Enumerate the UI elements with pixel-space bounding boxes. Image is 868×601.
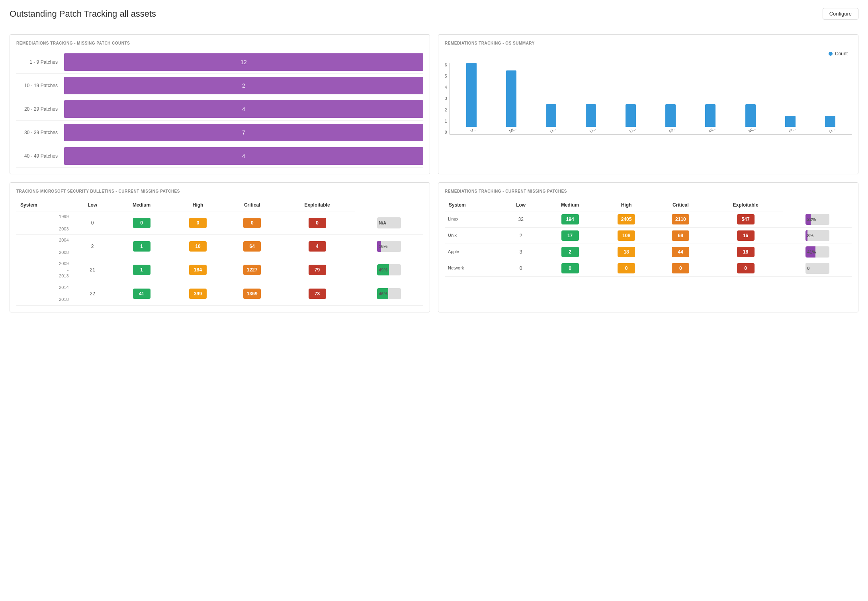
chart-bar-wrap: Li... [571,63,611,134]
patch-bar-value: 2 [64,77,423,94]
col-header: System [16,199,73,211]
system-name-cell: Network [445,260,501,276]
chart-bar [466,63,477,127]
patch-label: 10 - 19 Patches [16,83,64,88]
chart-bar-label: Li... [828,127,836,134]
high-cell: 0 [225,211,280,235]
low-cell: 41 [112,282,171,305]
chart-bar [626,104,636,127]
medium-cell: 108 [599,227,653,244]
patch-row: 30 - 39 Patches 7 [16,121,423,144]
low-cell: 0 [112,211,171,235]
patch-bar-value: 4 [64,147,423,165]
col-header: Exploitable [280,199,355,211]
chart-bar-wrap: Fr... [770,63,810,134]
legend-label: Count [835,51,848,57]
col-header: Low [501,199,541,211]
critical-cell: 16 [708,227,784,244]
critical-cell: 547 [708,211,784,228]
low-cell: 0 [541,260,600,276]
patch-row: 10 - 19 Patches 2 [16,74,423,97]
chart-bar-wrap: Mi... [491,63,531,134]
table-row: Linux 32 194 2405 2110 547 22% [445,211,852,228]
exploitable-cell: 46% [355,282,423,305]
critical-cell: 18 [708,244,784,260]
chart-bar-label: Li... [549,127,557,134]
patch-counts-title: REMEDIATIONS TRACKING - MISSING PATCH CO… [16,41,423,45]
chart-bar-label: Li... [589,127,596,134]
high-cell: 69 [653,227,708,244]
low-cell: 17 [541,227,600,244]
col-header: Critical [225,199,280,211]
system-name-cell: Linux [445,211,501,228]
table-row: 2009-2013 21 1 184 1227 79 49% [16,258,423,282]
table-row: Network 0 0 0 0 0 0 [445,260,852,276]
top-grid: REMEDIATIONS TRACKING - MISSING PATCH CO… [10,34,858,174]
high-cell: 2110 [653,211,708,228]
high-cell: 64 [225,235,280,258]
col-header: Critical [653,199,708,211]
chart-bar-wrap: Mi... [690,63,730,134]
patch-row: 40 - 49 Patches 4 [16,145,423,168]
col-header: Low [73,199,112,211]
medium-cell: 0 [599,260,653,276]
col-header: System [445,199,501,211]
table-row: Apple 3 2 18 44 18 41% [445,244,852,260]
critical-cell: 0 [280,211,355,235]
low-cell: 1 [112,235,171,258]
chart-bar-label: Mi... [748,126,757,134]
system-cell: 22 [73,282,112,305]
chart-bar-wrap: Mi... [731,63,770,134]
exploitable-cell: 0 [783,260,852,276]
chart-bar-label: Mi... [708,126,717,134]
exploitable-cell: N/A [355,211,423,235]
low-cell: 2 [541,244,600,260]
chart-bar [586,104,596,127]
critical-cell: 79 [280,258,355,282]
patch-bar-container: 1 - 9 Patches 12 10 - 19 Patches 2 20 - … [16,51,423,168]
system-cell: 2 [73,235,112,258]
table-row: 2004-2008 2 1 10 64 4 16% [16,235,423,258]
medium-cell: 0 [171,211,225,235]
system-name-cell: Apple [445,244,501,260]
chart-bar [506,70,516,127]
chart-bar-wrap: Li... [531,63,571,134]
remediations-current-panel: REMEDIATIONS TRACKING - CURRENT MISSING … [438,182,858,312]
critical-cell: 4 [280,235,355,258]
patch-row: 20 - 29 Patches 4 [16,98,423,121]
medium-cell: 2405 [599,211,653,228]
system-name-cell: Unix [445,227,501,244]
page-title: Outstanding Patch Tracking all assets [10,9,156,19]
col-header: Exploitable [708,199,784,211]
patch-label: 1 - 9 Patches [16,59,64,65]
system-count-cell: 32 [501,211,541,228]
chart-bar-label: Fr... [788,126,796,133]
exploitable-cell: 49% [355,258,423,282]
high-cell: 1227 [225,258,280,282]
chart-bar [665,104,676,127]
chart-bar [705,104,716,127]
os-summary-panel: REMEDIATIONS TRACKING - OS SUMMARY Count… [438,34,858,174]
system-cell: 0 [73,211,112,235]
system-cell: 21 [73,258,112,282]
os-summary-title: REMEDIATIONS TRACKING - OS SUMMARY [445,41,852,45]
chart-bar-wrap: Mi... [651,63,690,134]
y-axis: 6 5 4 3 2 1 0 [445,63,450,135]
patch-row: 1 - 9 Patches 12 [16,51,423,74]
system-count-cell: 3 [501,244,541,260]
chart-bar [785,116,796,127]
critical-cell: 73 [280,282,355,305]
chart-bar [546,104,556,127]
system-count-cell: 0 [501,260,541,276]
period-cell: 2009-2013 [16,258,73,282]
configure-button[interactable]: Configure [823,8,858,20]
col-header: High [599,199,653,211]
chart-bar-wrap: Li... [810,63,850,134]
ms-bulletins-panel: TRACKING MICROSOFT SECURITY BULLETINS - … [10,182,430,312]
page-container: Outstanding Patch Tracking all assets Co… [0,0,868,320]
medium-cell: 10 [171,235,225,258]
chart-bar-wrap: V... [452,63,491,134]
page-header: Outstanding Patch Tracking all assets Co… [10,8,858,26]
col-header: Medium [112,199,171,211]
remediations-current-title: REMEDIATIONS TRACKING - CURRENT MISSING … [445,189,852,193]
